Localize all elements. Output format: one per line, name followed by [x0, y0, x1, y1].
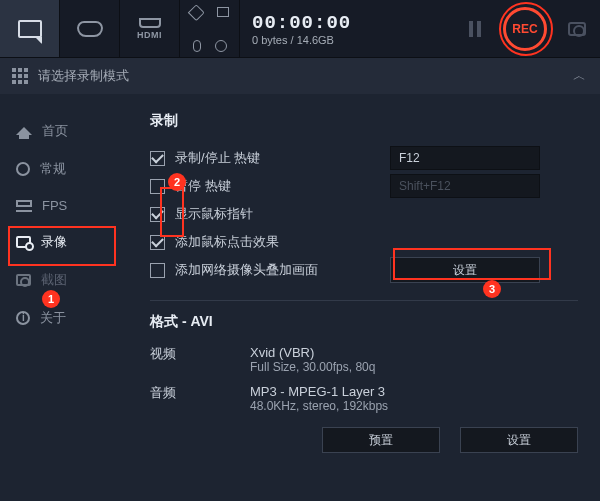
pause-button[interactable] — [454, 0, 496, 57]
record-button[interactable]: REC — [496, 0, 554, 57]
sidebar-item-home[interactable]: 首页 — [0, 112, 128, 150]
annotation-badge-3: 3 — [483, 280, 501, 298]
size-text: 0 bytes / 14.6GB — [252, 34, 334, 46]
label-click-effect: 添加鼠标点击效果 — [175, 233, 390, 251]
format-settings-button[interactable]: 设置 — [460, 427, 578, 453]
hotkey-pause-input[interactable]: Shift+F12 — [390, 174, 540, 198]
topbar: HDMI 00:00:00 0 bytes / 14.6GB REC — [0, 0, 600, 58]
label-show-cursor: 显示鼠标指针 — [175, 205, 390, 223]
sidebar-item-general[interactable]: 常规 — [0, 150, 128, 188]
value-video-codec: Xvid (VBR) — [250, 345, 375, 360]
checkbox-record-hotkey[interactable] — [150, 151, 165, 166]
rec-ring-icon: REC — [503, 7, 547, 51]
gamepad-icon — [77, 21, 103, 37]
label-record-hotkey: 录制/停止 热键 — [175, 149, 390, 167]
content-panel: 录制 录制/停止 热键 F12 暂停 热键 Shift+F12 显示鼠标指针 添… — [128, 94, 600, 501]
divider — [150, 300, 578, 301]
sidebar-item-fps[interactable]: FPS — [0, 188, 128, 223]
overlay-mini-icon — [217, 7, 229, 17]
sidebar-item-screenshot[interactable]: 截图 — [0, 261, 128, 299]
hotkey-record-input[interactable]: F12 — [390, 146, 540, 170]
checkbox-pause-hotkey[interactable] — [150, 179, 165, 194]
sidebar-item-label: 首页 — [42, 122, 68, 140]
screenshot-button[interactable] — [554, 0, 600, 57]
timer-text: 00:00:00 — [252, 12, 351, 34]
mode-device-button[interactable]: HDMI — [120, 0, 180, 57]
sidebar-item-label: FPS — [42, 198, 67, 213]
preset-button[interactable]: 预置 — [322, 427, 440, 453]
label-video: 视频 — [150, 345, 250, 374]
chevron-up-icon: ︿ — [573, 67, 586, 85]
sidebar-item-label: 常规 — [40, 160, 66, 178]
input-toggles[interactable] — [180, 0, 240, 57]
webcam-mini-icon — [215, 40, 227, 52]
gear-icon — [16, 162, 30, 176]
label-webcam-overlay: 添加网络摄像头叠加画面 — [175, 261, 390, 279]
sidebar: 首页 常规 FPS 录像 截图 关于 — [0, 94, 128, 501]
sidebar-item-label: 关于 — [40, 309, 66, 327]
value-audio-codec: MP3 - MPEG-1 Layer 3 — [250, 384, 388, 399]
label-pause-hotkey: 暂停 热键 — [175, 177, 390, 195]
video-icon — [16, 236, 31, 248]
label-audio: 音频 — [150, 384, 250, 413]
screenshot-icon — [16, 274, 31, 286]
mode-game-button[interactable] — [60, 0, 120, 57]
sidebar-item-label: 录像 — [41, 233, 67, 251]
hdmi-icon: HDMI — [137, 18, 162, 40]
screen-icon — [18, 20, 42, 38]
checkbox-show-cursor[interactable] — [150, 207, 165, 222]
home-icon — [16, 127, 32, 135]
cursor-mini-icon — [187, 4, 204, 21]
checkbox-webcam-overlay[interactable] — [150, 263, 165, 278]
status-panel: 00:00:00 0 bytes / 14.6GB — [240, 0, 454, 57]
camera-icon — [568, 22, 586, 36]
webcam-settings-button[interactable]: 设置 — [390, 257, 540, 283]
mode-select-bar[interactable]: 请选择录制模式 ︿ — [0, 58, 600, 94]
pause-icon — [469, 21, 481, 37]
mic-mini-icon — [193, 40, 201, 52]
section-title-record: 录制 — [150, 112, 578, 130]
sidebar-item-video[interactable]: 录像 — [0, 223, 128, 261]
annotation-badge-2: 2 — [168, 173, 186, 191]
annotation-badge-1: 1 — [42, 290, 60, 308]
info-icon — [16, 311, 30, 325]
fps-icon — [16, 200, 32, 212]
section-title-format: 格式 - AVI — [150, 313, 578, 331]
value-video-detail: Full Size, 30.00fps, 80q — [250, 360, 375, 374]
value-audio-detail: 48.0KHz, stereo, 192kbps — [250, 399, 388, 413]
rec-label: REC — [512, 22, 537, 36]
checkbox-click-effect[interactable] — [150, 235, 165, 250]
sidebar-item-label: 截图 — [41, 271, 67, 289]
mode-screen-button[interactable] — [0, 0, 60, 57]
grid-icon — [12, 68, 28, 84]
sidebar-item-about[interactable]: 关于 — [0, 299, 128, 337]
mode-select-label: 请选择录制模式 — [38, 67, 129, 85]
